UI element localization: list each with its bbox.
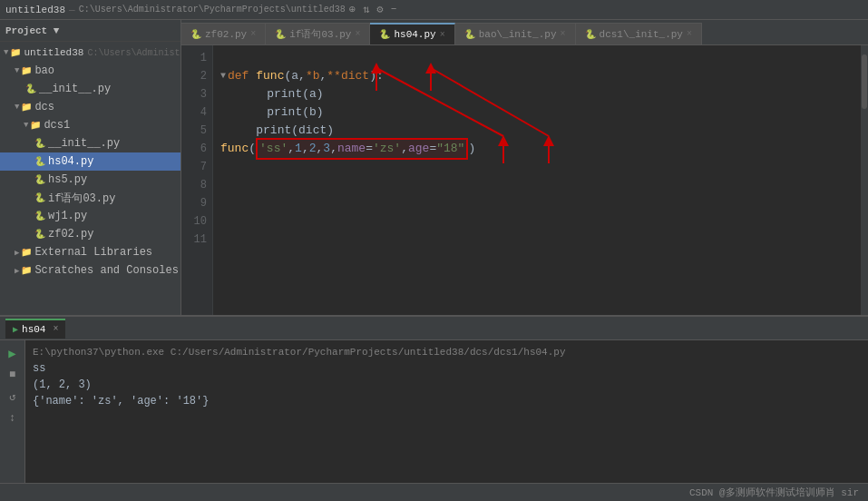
sidebar-label-scratches: Scratches and Consoles [34, 264, 178, 277]
sidebar-label-dcs1-init: __init__.py [48, 137, 120, 150]
run-scroll-button[interactable]: ↕ [4, 409, 22, 427]
code-area[interactable]: ▼ def func(a,*b,**dict): print(a) print(… [213, 45, 861, 315]
project-root-label: untitled38 [24, 47, 83, 58]
run-stop-button[interactable]: ■ [4, 366, 22, 384]
tab-bao-init[interactable]: 🐍 bao\_init_.py × [455, 23, 576, 44]
tab-hs04-icon: 🐍 [379, 29, 390, 40]
run-tabs: ▶ hs04 × [0, 317, 868, 340]
tab-if-close[interactable]: × [355, 29, 360, 39]
app-title: untitled38 [5, 5, 65, 15]
code-line-7 [220, 158, 853, 176]
doublestar-dict: **dict [327, 67, 369, 85]
print-a: print [239, 85, 302, 103]
sidebar-item-dcs1-init[interactable]: 🐍 __init__.py [0, 134, 180, 152]
tab-if-label: 🐍 [275, 29, 286, 40]
run-output-line-2: (1, 2, 3) [33, 377, 861, 393]
tab-dcs1-close[interactable]: × [687, 29, 692, 39]
arrow-icon: ▶ [15, 248, 19, 258]
scroll-thumb[interactable] [862, 54, 867, 109]
breadcrumb: C:\Users\Administrator\PycharmProjects\u… [79, 5, 346, 15]
sidebar-item-dcs1[interactable]: ▼ 📁 dcs1 [0, 116, 180, 134]
sidebar-item-hs5[interactable]: 🐍 hs5.py [0, 171, 180, 189]
run-command-text: E:\python37\python.exe C:/Users/Administ… [33, 347, 566, 358]
run-output: E:\python37\python.exe C:/Users/Administ… [25, 340, 868, 483]
sidebar-label-dcs: dcs [34, 101, 54, 113]
arrow-dcs1-icon: ▼ [24, 121, 28, 130]
top-bar: untitled38 — C:\Users\Administrator\Pych… [0, 0, 868, 20]
code-line-6: func('ss',1,2,3,name='zs',age="18") [220, 140, 853, 158]
run-output-line-3: {'name': 'zs', 'age': '18'} [33, 393, 861, 409]
code-line-4: print(b) [220, 103, 853, 122]
arrow-icon: ▼ [4, 48, 8, 57]
sidebar-label-dcs1: dcs1 [44, 119, 70, 132]
sidebar-label-ext-libs: External Libraries [34, 246, 152, 259]
run-sidebar: ▶ ■ ↺ ↕ [0, 340, 25, 483]
folder-dcs1-icon: 📁 [30, 120, 41, 131]
folder-icon: 📁 [21, 65, 32, 76]
sidebar-item-bao-init[interactable]: 🐍 __init__.py [0, 80, 180, 98]
run-tab-close[interactable]: × [53, 324, 58, 334]
line-numbers: 1 2 3 4 5 6 7 8 9 10 11 [181, 45, 213, 315]
arrow-icon: ▼ [15, 66, 19, 75]
print-b: print [239, 103, 302, 122]
tab-if-text: if语句03.py [289, 27, 351, 41]
code-line-2: ▼ def func(a,*b,**dict): [220, 67, 853, 85]
sync-icon[interactable]: ⇅ [363, 3, 369, 16]
py-icon: 🐍 [34, 192, 45, 203]
tab-hs04-close[interactable]: × [440, 30, 445, 40]
py-icon: 🐍 [25, 84, 36, 94]
arrow-icon: ▼ [15, 103, 19, 112]
sidebar-label-bao-init: __init__.py [39, 83, 111, 95]
sidebar-item-ext-libs[interactable]: ▶ 📁 External Libraries [0, 243, 180, 261]
sidebar-label-hs5: hs5.py [48, 173, 87, 186]
editor-main: 1 2 3 4 5 6 7 8 9 10 11 ▼ def func(a,*b,… [181, 45, 868, 315]
sidebar-item-dcs[interactable]: ▼ 📁 dcs [0, 98, 180, 116]
add-icon[interactable]: ⊕ [349, 3, 356, 16]
editor-scrollbar[interactable] [861, 45, 868, 315]
tab-bao-close[interactable]: × [561, 29, 566, 39]
tab-zf02-close[interactable]: × [250, 29, 256, 39]
tab-zf02[interactable]: 🐍 zf02.py × [181, 23, 266, 44]
run-output-area: ▶ ■ ↺ ↕ E:\python37\python.exe C:/Users/… [0, 340, 868, 483]
project-label: Project ▼ [5, 25, 59, 36]
py-icon: 🐍 [34, 174, 45, 185]
tab-hs04[interactable]: 🐍 hs04.py × [370, 23, 454, 44]
tabs-bar: 🐍 zf02.py × 🐍 if语句03.py × 🐍 hs04.py × 🐍 … [181, 20, 868, 45]
code-line-1 [220, 49, 853, 67]
folder-icon: 📁 [21, 102, 32, 113]
sidebar-item-scratches[interactable]: ▶ 📁 Scratches and Consoles [0, 261, 180, 280]
tab-dcs1-icon: 🐍 [585, 29, 596, 40]
breadcrumb-sep: — [69, 5, 75, 15]
project-tree: ▼ 📁 untitled38 C:\Users\Administrator\Py… [0, 42, 180, 315]
arrow-icon: ▶ [15, 266, 19, 276]
run-rerun-button[interactable]: ↺ [4, 388, 22, 406]
fold-icon[interactable]: ▼ [220, 67, 226, 85]
sidebar-item-hs04[interactable]: 🐍 hs04.py [0, 152, 180, 171]
param-a: a [291, 67, 298, 85]
tab-ifsentence03[interactable]: 🐍 if语句03.py × [266, 23, 370, 44]
bottom-panel: ▶ hs04 × ▶ ■ ↺ ↕ E:\python37\python.exe … [0, 315, 868, 483]
tab-dcs1-text: dcs1\_init_.py [600, 29, 683, 40]
toolbar-icons: ⊕ ⇅ ⚙ – [349, 3, 397, 16]
tab-dcs1-init[interactable]: 🐍 dcs1\_init_.py × [576, 23, 702, 44]
code-line-3: print(a) [220, 85, 853, 103]
minimize-icon[interactable]: – [390, 3, 396, 16]
tab-bao-icon: 🐍 [464, 29, 475, 40]
sidebar-item-bao[interactable]: ▼ 📁 bao [0, 62, 180, 80]
code-line-11 [220, 231, 853, 249]
sidebar-header[interactable]: Project ▼ [0, 20, 180, 42]
tree-item-project-root[interactable]: ▼ 📁 untitled38 C:\Users\Administrator\Py… [0, 44, 180, 62]
folder-icon: 📁 [21, 247, 32, 258]
run-play-button[interactable]: ▶ [4, 344, 22, 362]
sidebar-item-ifsentence[interactable]: 🐍 if语句03.py [0, 189, 180, 207]
code-line-9 [220, 194, 853, 212]
tab-zf02-label: 🐍 [190, 29, 201, 40]
sidebar-item-wj1[interactable]: 🐍 wj1.py [0, 207, 180, 225]
sidebar-label-bao: bao [34, 64, 54, 77]
settings-icon[interactable]: ⚙ [376, 3, 383, 16]
run-tab-hs04[interactable]: ▶ hs04 × [5, 319, 65, 339]
sidebar-item-zf02[interactable]: 🐍 zf02.py [0, 225, 180, 243]
run-output-line-1: ss [33, 360, 861, 377]
tab-zf02-text: zf02.py [205, 29, 247, 40]
folder-icon: 📁 [10, 47, 21, 58]
